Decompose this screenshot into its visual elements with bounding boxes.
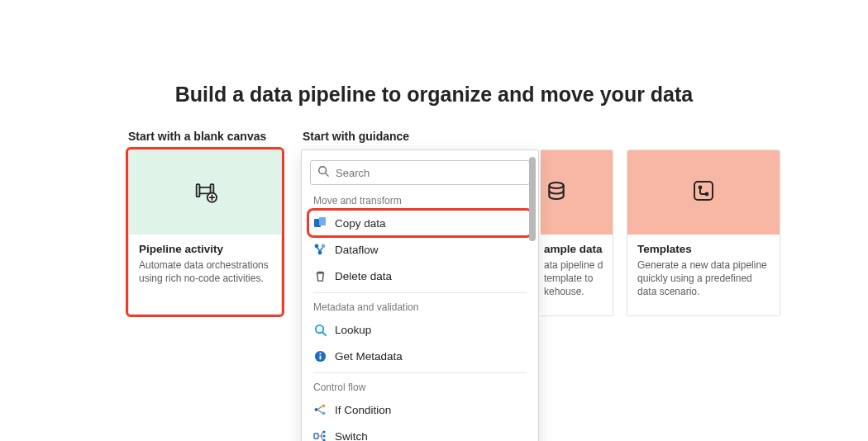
menu-item-label: Switch	[335, 430, 368, 442]
column-blank-canvas: Start with a blank canvas	[128, 130, 284, 316]
svg-point-16	[322, 244, 326, 249]
svg-point-25	[322, 412, 326, 415]
divider	[313, 372, 527, 373]
card-visual-templates	[627, 150, 780, 235]
database-icon	[546, 180, 567, 205]
svg-point-10	[705, 192, 709, 197]
scrollbar-thumb[interactable]	[529, 157, 536, 241]
svg-point-27	[322, 430, 325, 433]
menu-item-label: Lookup	[335, 324, 371, 336]
if-condition-icon	[313, 403, 327, 416]
card-desc: Generate a new data pipeline quickly usi…	[637, 258, 770, 299]
svg-line-12	[326, 173, 329, 177]
menu-item-lookup[interactable]: Lookup	[302, 316, 538, 343]
search-input[interactable]	[334, 166, 522, 180]
svg-rect-22	[319, 353, 321, 354]
menu-item-get-metadata[interactable]: Get Metadata	[302, 343, 538, 369]
svg-rect-14	[319, 217, 326, 225]
card-sample-data[interactable]: ample data ata pipeline d template to ke…	[541, 149, 613, 316]
menu-item-label: Get Metadata	[335, 350, 403, 363]
svg-point-9	[699, 186, 703, 190]
menu-item-label: Copy data	[335, 217, 386, 230]
menu-item-delete-data[interactable]: Delete data	[302, 263, 538, 289]
switch-icon	[313, 429, 327, 441]
svg-rect-21	[319, 355, 321, 359]
search-box[interactable]	[310, 160, 530, 185]
svg-point-17	[318, 251, 322, 255]
svg-point-24	[322, 405, 326, 408]
menu-item-label: Dataflow	[335, 244, 379, 256]
svg-line-19	[322, 332, 326, 335]
card-visual-pipeline	[129, 150, 281, 235]
card-pipeline-activity[interactable]: Pipeline activity Automate data orchestr…	[128, 149, 282, 315]
group-label-control: Control flow	[302, 377, 538, 396]
card-desc: ata pipeline d template to kehouse.	[544, 258, 608, 299]
pipeline-icon	[193, 181, 217, 204]
column-label-guidance: Start with guidance	[303, 130, 868, 143]
dataflow-icon	[313, 243, 327, 256]
column-guidance: Start with guidance M	[303, 130, 868, 316]
activity-picker-panel: Move and transform Copy data Dataflow	[301, 149, 539, 441]
svg-point-15	[315, 244, 319, 249]
copy-data-icon	[313, 216, 327, 230]
menu-item-copy-data[interactable]: Copy data	[308, 210, 532, 236]
page-title: Build a data pipeline to organize and mo…	[0, 83, 868, 107]
card-templates[interactable]: Templates Generate a new data pipeline q…	[627, 149, 780, 316]
menu-item-if-condition[interactable]: If Condition	[302, 396, 538, 423]
card-title: Templates	[637, 243, 770, 255]
svg-rect-0	[197, 184, 200, 197]
card-desc: Automate data orchestrations using rich …	[139, 258, 271, 285]
card-title: ample data	[544, 243, 608, 255]
card-visual-sample	[541, 150, 613, 235]
menu-item-label: If Condition	[335, 404, 391, 416]
template-icon	[692, 179, 715, 206]
search-icon	[317, 165, 329, 180]
svg-rect-8	[694, 182, 713, 200]
group-label-meta: Metadata and validation	[302, 296, 538, 316]
menu-item-label: Delete data	[335, 270, 392, 282]
menu-item-dataflow[interactable]: Dataflow	[302, 236, 538, 263]
svg-rect-26	[314, 434, 318, 439]
group-label-move: Move and transform	[302, 190, 538, 210]
divider	[313, 292, 527, 293]
scrollbar[interactable]: ▲ ▼	[528, 157, 537, 441]
column-label-blank: Start with a blank canvas	[128, 130, 284, 143]
svg-point-7	[549, 183, 563, 188]
lookup-icon	[313, 323, 327, 336]
svg-point-28	[322, 434, 325, 437]
menu-item-switch[interactable]: Switch	[302, 423, 538, 441]
info-icon	[313, 349, 327, 363]
card-title: Pipeline activity	[139, 243, 271, 255]
trash-icon	[313, 269, 327, 282]
svg-point-23	[315, 408, 318, 411]
